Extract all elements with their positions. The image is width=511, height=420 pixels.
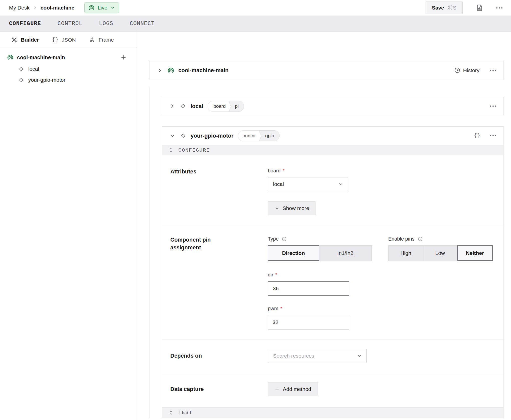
view-tab-frame[interactable]: Frame [89, 37, 114, 43]
resource-tree: cool-machine-main local your-gpio-motor [0, 48, 137, 85]
component-diamond-icon [18, 77, 24, 83]
plus-icon [275, 387, 280, 392]
pwm-field: pwm* [268, 306, 503, 330]
dir-input[interactable] [268, 281, 349, 296]
collapse-vertical-icon [168, 147, 174, 153]
enable-option-low[interactable]: Low [423, 245, 457, 261]
part-resources-container: local board pi [150, 87, 503, 418]
attributes-section: Attributes board* local [162, 155, 503, 226]
view-tab-json-label: JSON [62, 37, 76, 43]
view-tab-builder[interactable]: Builder [11, 37, 39, 43]
test-section-label: TEST [178, 410, 192, 415]
type-option-in1in2[interactable]: In1/In2 [319, 245, 372, 261]
test-section-bar[interactable]: TEST [162, 407, 503, 418]
history-button[interactable]: History [454, 67, 479, 73]
part-beacon-icon [167, 67, 174, 74]
topbar-more-menu-icon[interactable] [496, 7, 502, 9]
local-card-title: local [191, 103, 203, 110]
breadcrumb-root[interactable]: My Desk [9, 5, 30, 11]
tab-configure[interactable]: CONFIGURE [9, 21, 41, 27]
data-capture-section: Data capture Add method [162, 373, 503, 407]
motor-type-tag: motor [238, 131, 259, 141]
tree-item-part[interactable]: cool-machine-main [0, 51, 137, 63]
machine-metrics-icon[interactable] [476, 4, 483, 12]
part-more-menu-icon[interactable] [490, 70, 496, 71]
motor-card-header: your-gpio-motor motor gpio {} [162, 127, 503, 145]
motor-collapse-chevron-icon[interactable] [169, 133, 175, 139]
config-main-area: cool-machine-main History [137, 32, 511, 420]
history-label: History [463, 67, 479, 73]
pin-assignment-label: Component pin assignment [170, 236, 268, 330]
enable-option-neither[interactable]: Neither [457, 245, 493, 261]
tab-logs[interactable]: LOGS [99, 21, 113, 27]
part-beacon-icon [7, 54, 14, 61]
board-select[interactable]: local [268, 177, 348, 191]
board-field-label: board* [268, 168, 503, 174]
local-type-tag: board [208, 101, 229, 112]
enable-option-high[interactable]: High [388, 245, 423, 261]
enable-pins-segmented-control: High Low Neither [388, 245, 493, 261]
tree-motor-name: your-gpio-motor [28, 77, 65, 83]
topbar-actions: Save ⌘S [426, 2, 502, 14]
view-tab-builder-label: Builder [21, 37, 39, 43]
live-chevron-down-icon [110, 6, 115, 10]
tree-part-name: cool-machine-main [17, 54, 65, 60]
machine-tab-bar: CONFIGURE CONTROL LOGS CONNECT [0, 16, 511, 32]
builder-tools-icon [11, 37, 18, 43]
save-button[interactable]: Save ⌘S [426, 2, 463, 14]
top-bar: My Desk cool-machine Live Save ⌘S [0, 0, 511, 16]
add-method-button[interactable]: Add method [268, 382, 318, 396]
part-card-title: cool-machine-main [178, 67, 228, 74]
tree-item-local[interactable]: local [0, 63, 137, 74]
depends-on-select[interactable]: Search resources [268, 349, 367, 363]
tag-divider-icon [229, 101, 232, 112]
type-field: Type Direction In1/In2 [268, 236, 372, 261]
live-beacon-icon [88, 5, 95, 11]
breadcrumb-machine-name: cool-machine [41, 5, 74, 11]
local-expand-chevron-icon[interactable] [169, 103, 175, 109]
add-method-label: Add method [283, 386, 311, 392]
local-more-menu-icon[interactable] [490, 106, 496, 107]
expand-vertical-icon [168, 410, 174, 415]
add-resource-icon[interactable] [120, 54, 127, 61]
required-asterisk: * [275, 272, 277, 278]
pwm-input[interactable] [268, 315, 349, 330]
show-more-label: Show more [283, 205, 309, 211]
save-label: Save [432, 5, 444, 11]
motor-card: your-gpio-motor motor gpio {} [162, 126, 503, 418]
chevron-down-icon [275, 206, 279, 211]
info-icon[interactable] [418, 236, 423, 242]
show-more-button[interactable]: Show more [268, 201, 316, 215]
sidebar: Builder {} JSON Frame [0, 32, 137, 420]
type-option-direction[interactable]: Direction [268, 245, 319, 261]
tab-connect[interactable]: CONNECT [130, 21, 155, 27]
live-status-button[interactable]: Live [84, 2, 119, 13]
chevron-down-icon [338, 182, 343, 187]
required-asterisk: * [283, 168, 285, 174]
motor-type-model-tag: motor gpio [238, 130, 280, 141]
tree-local-name: local [28, 66, 39, 72]
depends-on-label: Depends on [170, 352, 268, 360]
breadcrumb-separator-icon [33, 6, 37, 10]
config-view-tabs: Builder {} JSON Frame [0, 32, 137, 48]
motor-card-title: your-gpio-motor [191, 133, 233, 139]
tab-control[interactable]: CONTROL [58, 21, 82, 27]
info-icon[interactable] [282, 236, 287, 242]
type-segmented-control: Direction In1/In2 [268, 245, 372, 261]
configure-section-bar[interactable]: CONFIGURE [162, 145, 503, 155]
component-diamond-icon [180, 103, 187, 110]
part-expand-chevron-icon[interactable] [157, 67, 163, 73]
live-label: Live [98, 5, 107, 11]
tree-item-your-gpio-motor[interactable]: your-gpio-motor [0, 74, 137, 85]
component-diamond-icon [180, 132, 187, 139]
view-tab-json[interactable]: {} JSON [52, 37, 76, 43]
motor-json-braces-icon[interactable]: {} [474, 133, 480, 139]
history-clock-icon [454, 67, 460, 73]
board-select-value: local [273, 181, 284, 187]
app-window: My Desk cool-machine Live Save ⌘S [0, 0, 511, 420]
attributes-label: Attributes [170, 168, 268, 215]
enable-pins-field: Enable pins High Low Neither [388, 236, 493, 261]
motor-more-menu-icon[interactable] [490, 135, 496, 136]
dir-field: dir* [268, 272, 503, 296]
tag-divider-icon [259, 131, 262, 141]
